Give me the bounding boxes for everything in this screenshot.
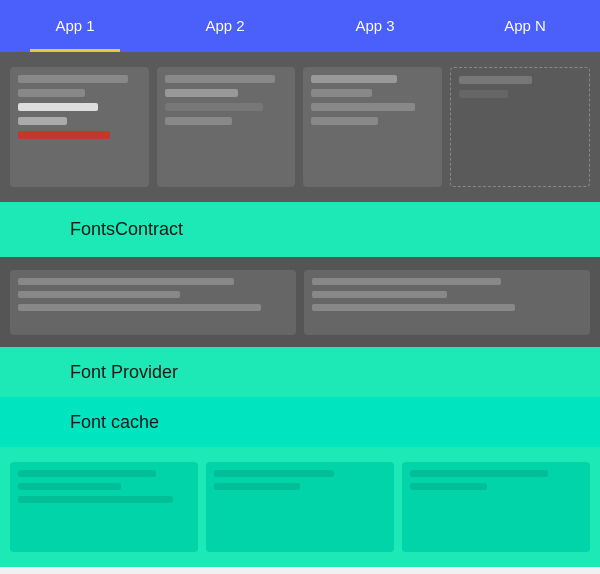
app-box-line: [18, 131, 110, 139]
app-box-1: [10, 67, 149, 187]
app-box-line: [311, 103, 415, 111]
app-box-line: [18, 117, 67, 125]
app-boxes-section: [0, 52, 600, 202]
middle-box-2: [304, 270, 590, 335]
tab-appn[interactable]: App N: [450, 0, 600, 52]
app-box-line: [18, 75, 128, 83]
app-box-line: [18, 89, 85, 97]
app-box-line: [165, 117, 232, 125]
font-provider-section: Font Provider: [0, 347, 600, 397]
tab-bar: App 1 App 2 App 3 App N: [0, 0, 600, 52]
app-box-line: [459, 90, 508, 98]
app-box-2: [157, 67, 296, 187]
middle-dark-section: [0, 257, 600, 347]
bottom-box-3: [402, 462, 590, 552]
app-box-line: [459, 76, 533, 84]
font-cache-label: Font cache: [70, 412, 159, 433]
tab-app3[interactable]: App 3: [300, 0, 450, 52]
bottom-box-2: [206, 462, 394, 552]
tab-app1[interactable]: App 1: [0, 0, 150, 52]
diagram-container: App 1 App 2 App 3 App N: [0, 0, 600, 574]
bottom-teal-section: [0, 447, 600, 567]
app-box-line: [18, 103, 98, 111]
fonts-contract-label: FontsContract: [70, 219, 183, 240]
fonts-contract-section: FontsContract: [0, 202, 600, 257]
app-box-line: [311, 89, 372, 97]
app-box-line: [165, 75, 275, 83]
bottom-box-1: [10, 462, 198, 552]
app-box-line: [165, 103, 263, 111]
app-box-n: [450, 67, 591, 187]
app-box-line: [165, 89, 239, 97]
app-box-line: [311, 117, 378, 125]
app-box-line: [311, 75, 397, 83]
tab-app2[interactable]: App 2: [150, 0, 300, 52]
font-cache-section: Font cache: [0, 397, 600, 447]
app-box-3: [303, 67, 442, 187]
middle-box-1: [10, 270, 296, 335]
font-provider-label: Font Provider: [70, 362, 178, 383]
